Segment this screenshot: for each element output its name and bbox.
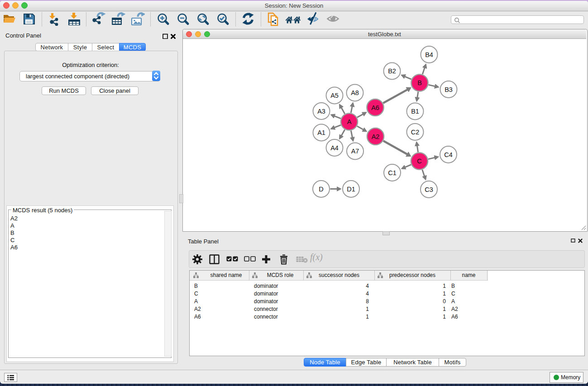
svg-text:A6: A6	[371, 104, 379, 111]
svg-text:B: B	[417, 79, 422, 86]
svg-text:A7: A7	[351, 148, 359, 155]
svg-text:A8: A8	[351, 89, 359, 96]
svg-text:C4: C4	[444, 151, 453, 158]
svg-text:A3: A3	[317, 108, 325, 115]
svg-text:C1: C1	[388, 169, 397, 176]
svg-text:D1: D1	[347, 186, 355, 193]
svg-text:C2: C2	[411, 129, 420, 136]
svg-text:A4: A4	[330, 144, 339, 152]
svg-text:B3: B3	[445, 86, 453, 93]
svg-text:A1: A1	[317, 129, 325, 136]
svg-text:B1: B1	[411, 108, 419, 115]
svg-text:C3: C3	[425, 186, 433, 193]
svg-text:D: D	[319, 186, 323, 193]
svg-text:C: C	[417, 157, 421, 165]
svg-text:B4: B4	[425, 51, 433, 58]
svg-text:A5: A5	[330, 92, 339, 99]
svg-text:B2: B2	[388, 67, 396, 75]
svg-text:A: A	[347, 118, 352, 125]
svg-text:A2: A2	[372, 133, 380, 140]
